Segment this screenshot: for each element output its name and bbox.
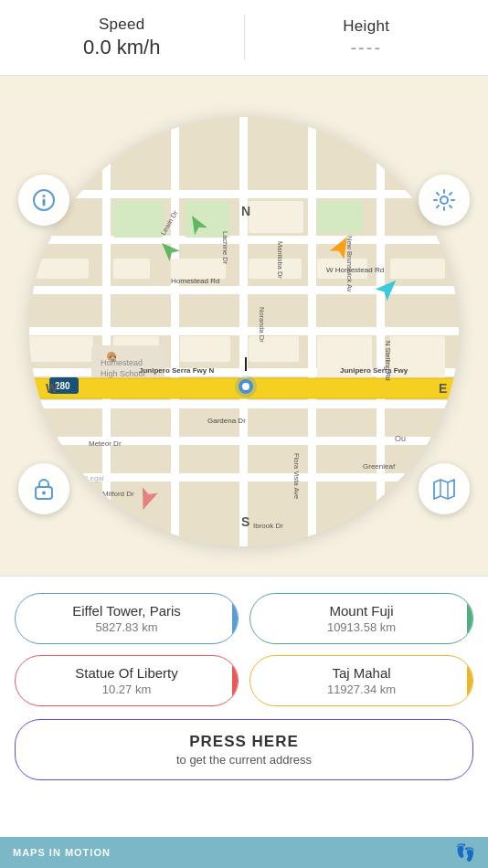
taj-mahal-distance: 11927.34 km: [327, 683, 396, 696]
svg-text:Flora Vista Ave: Flora Vista Ave: [292, 453, 301, 499]
svg-rect-11: [239, 117, 248, 546]
svg-text:S: S: [241, 514, 249, 529]
lock-button[interactable]: [18, 463, 69, 514]
mount-fuji-distance: 10913.58 km: [327, 620, 396, 634]
svg-text:Du: Du: [395, 489, 406, 498]
svg-rect-12: [308, 117, 316, 546]
settings-icon: [432, 188, 456, 212]
svg-text:Legal: Legal: [86, 474, 104, 482]
svg-text:N: N: [241, 204, 250, 218]
settings-button[interactable]: [419, 175, 470, 226]
svg-text:W Homestead Rd: W Homestead Rd: [326, 266, 384, 274]
svg-point-74: [43, 195, 46, 197]
svg-text:E: E: [439, 381, 447, 396]
svg-rect-17: [171, 259, 226, 279]
svg-rect-13: [377, 117, 385, 546]
header: Speed 0.0 km/h Height ----: [0, 0, 488, 76]
svg-text:Homestead: Homestead: [101, 358, 143, 367]
svg-rect-24: [249, 259, 302, 279]
svg-text:New Brunswick Av: New Brunswick Av: [345, 236, 354, 292]
svg-text:Ou: Ou: [395, 434, 406, 443]
svg-rect-20: [180, 336, 230, 362]
svg-point-78: [42, 492, 46, 495]
svg-rect-28: [390, 259, 445, 279]
svg-text:Noranda Dr: Noranda Dr: [258, 307, 266, 343]
svg-rect-30: [29, 336, 93, 362]
map-icon: [432, 477, 456, 501]
svg-text:Greenleaf: Greenleaf: [363, 462, 396, 471]
svg-point-76: [440, 196, 448, 204]
map-svg: Homestead High School 🏫 Legal 280 Junipe…: [29, 117, 459, 546]
footer-brand-text: MAPS IN MOTION: [13, 847, 111, 858]
footer: MAPS IN MOTION 👣: [0, 837, 488, 868]
press-here-sub-text: to get the current address: [176, 753, 312, 767]
info-icon: [32, 188, 56, 212]
svg-text:Milford Dr: Milford Dr: [102, 490, 134, 498]
svg-text:Junipero Serra Fwy N: Junipero Serra Fwy N: [139, 366, 214, 375]
press-here-button[interactable]: PRESS HERE to get the current address: [15, 719, 473, 780]
landmark-fuji-button[interactable]: Mount Fuji 10913.58 km: [249, 593, 473, 644]
lock-icon: [33, 477, 55, 501]
mount-fuji-name: Mount Fuji: [329, 603, 393, 619]
press-here-main-text: PRESS HERE: [189, 733, 299, 751]
bottom-panel: Eiffel Tower, Paris 5827.83 km Mount Fuj…: [0, 576, 488, 868]
svg-text:Lachine Dr: Lachine Dr: [221, 231, 229, 265]
info-button[interactable]: [18, 175, 69, 226]
svg-text:Junipero Serra Fwy: Junipero Serra Fwy: [340, 366, 408, 375]
svg-text:Meteor Dr: Meteor Dr: [89, 439, 122, 448]
svg-text:N Stelling Rd: N Stelling Rd: [384, 341, 392, 381]
svg-text:W: W: [46, 381, 58, 396]
landmark-taj-button[interactable]: Taj Mahal 11927.34 km: [249, 655, 473, 706]
height-value: ----: [350, 37, 382, 58]
svg-rect-27: [249, 336, 299, 362]
svg-text:Manitoba Dr: Manitoba Dr: [276, 241, 284, 279]
landmark-liberty-button[interactable]: Statue Of Liberty 10.27 km: [15, 655, 239, 706]
height-section: Height ----: [245, 0, 489, 75]
svg-text:🏫: 🏫: [109, 354, 117, 362]
svg-rect-22: [317, 201, 363, 233]
liberty-name: Statue Of Liberty: [75, 665, 178, 681]
landmarks-grid: Eiffel Tower, Paris 5827.83 km Mount Fuj…: [15, 593, 473, 706]
svg-rect-75: [43, 199, 46, 206]
speed-value: 0.0 km/h: [83, 36, 160, 59]
svg-rect-10: [171, 117, 179, 546]
svg-text:Ibrook Dr: Ibrook Dr: [253, 522, 283, 530]
svg-point-60: [242, 383, 249, 390]
map-view-button[interactable]: [419, 463, 470, 514]
svg-text:Homestead Rd: Homestead Rd: [171, 277, 219, 285]
svg-rect-29: [29, 259, 89, 279]
taj-mahal-name: Taj Mahal: [332, 665, 390, 681]
footprints-icon: 👣: [455, 842, 475, 863]
map-container: Homestead High School 🏫 Legal 280 Junipe…: [0, 76, 488, 587]
svg-rect-14: [113, 201, 164, 238]
height-label: Height: [343, 17, 389, 36]
svg-rect-21: [249, 201, 303, 233]
map-circle[interactable]: Homestead High School 🏫 Legal 280 Junipe…: [29, 117, 459, 546]
svg-text:Gardena Dr: Gardena Dr: [207, 417, 246, 425]
eiffel-tower-name: Eiffel Tower, Paris: [72, 603, 181, 619]
eiffel-tower-distance: 5827.83 km: [96, 620, 158, 634]
svg-rect-16: [113, 259, 150, 279]
speed-section: Speed 0.0 km/h: [0, 0, 244, 75]
speed-label: Speed: [99, 16, 145, 34]
landmark-eiffel-button[interactable]: Eiffel Tower, Paris 5827.83 km: [15, 593, 239, 644]
liberty-distance: 10.27 km: [102, 683, 151, 696]
